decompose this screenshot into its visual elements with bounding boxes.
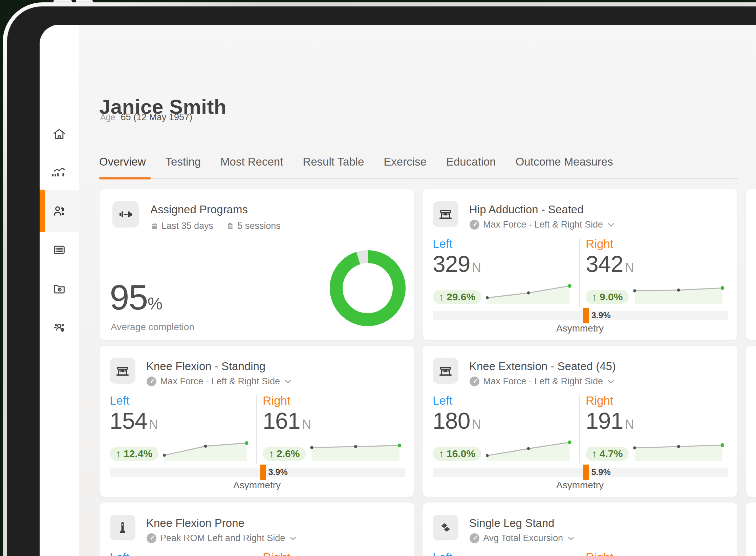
tab-bar: Overview Testing Most Recent Result Tabl…	[99, 155, 613, 169]
forceframe-icon	[438, 363, 453, 379]
right-change-badge: ↑2.6%	[263, 447, 306, 461]
metric-card-knee-flexion-standing[interactable]: Knee Flexion - Standing Max Force - Left…	[99, 345, 415, 497]
active-tab-indicator	[99, 177, 151, 179]
column-divider	[256, 395, 257, 464]
metric-name: Max Force - Left & Right Side	[483, 376, 603, 387]
chevron-down-icon	[606, 377, 615, 386]
asymmetry-marker	[583, 465, 589, 480]
asymmetry-value: 3.9%	[268, 467, 288, 477]
assigned-programs-card[interactable]: Assigned Programs Last 35 days	[99, 189, 415, 340]
asymmetry-bar: 5.9%	[433, 468, 728, 477]
tab-education[interactable]: Education	[446, 155, 496, 169]
program-icon-container	[112, 201, 139, 228]
clipped-card	[746, 189, 756, 340]
asymmetry-label: Asymmetry	[100, 480, 414, 491]
left-sparkline	[163, 439, 249, 461]
right-value: 191N	[586, 407, 634, 434]
right-label: Right	[263, 551, 290, 556]
right-sparkline	[310, 439, 402, 461]
goniometer-icon	[115, 520, 130, 535]
left-sparkline	[485, 282, 571, 304]
gauge-icon	[146, 376, 157, 387]
tab-result-table[interactable]: Result Table	[303, 155, 364, 169]
program-sessions: 5 sessions	[237, 221, 281, 231]
card-title: Hip Adduction - Seated	[469, 203, 584, 216]
patients-icon	[52, 204, 66, 218]
tab-most-recent[interactable]: Most Recent	[220, 155, 283, 169]
metric-selector[interactable]: Max Force - Left & Right Side	[469, 376, 615, 387]
tab-overview[interactable]: Overview	[99, 155, 146, 169]
metric-card-hip-adduction[interactable]: Hip Adduction - Seated Max Force - Left …	[422, 189, 738, 340]
left-label: Left	[110, 551, 129, 556]
dumbbell-icon	[118, 207, 133, 222]
calendar-icon	[150, 222, 158, 230]
sidebar-item-media[interactable]	[40, 270, 79, 307]
right-sparkline	[633, 439, 725, 461]
tab-exercise[interactable]: Exercise	[384, 155, 427, 169]
tab-track	[99, 178, 738, 179]
asymmetry-marker	[260, 465, 266, 480]
metric-selector[interactable]: Max Force - Left & Right Side	[146, 376, 293, 387]
asymmetry-bar: 3.9%	[110, 468, 405, 477]
metric-name: Avg Total Excursion	[483, 533, 563, 543]
metric-selector[interactable]: Avg Total Excursion	[469, 533, 576, 543]
trend-up-arrow: ↑	[439, 291, 444, 303]
left-sparkline	[485, 439, 571, 461]
media-folder-icon	[52, 281, 66, 296]
right-sparkline	[633, 282, 725, 304]
results-list-icon	[52, 243, 66, 257]
tab-outcome-measures[interactable]: Outcome Measures	[516, 155, 613, 169]
sidebar-item-patients[interactable]	[40, 190, 79, 232]
gauge-icon	[146, 533, 157, 543]
trend-up-arrow: ↑	[439, 448, 444, 459]
clipped-card-column	[746, 189, 756, 556]
sidebar-item-home[interactable]	[40, 115, 79, 153]
test-icon-container	[433, 358, 458, 384]
test-icon-container	[433, 515, 458, 540]
asymmetry-label: Asymmetry	[423, 480, 737, 491]
forceframe-icon	[115, 363, 130, 379]
metric-card-single-leg-stand[interactable]: Single Leg Stand Avg Total Excursion Lef…	[422, 502, 738, 556]
test-icon-container	[110, 515, 135, 540]
sidebar	[40, 25, 79, 556]
chevron-down-icon	[566, 534, 576, 543]
completion-label: Average completion	[111, 322, 194, 333]
card-title: Knee Flexion Prone	[146, 517, 244, 530]
trend-up-arrow: ↑	[269, 448, 274, 459]
left-label: Left	[433, 237, 452, 251]
forceframe-icon	[438, 206, 453, 222]
column-divider	[579, 395, 580, 464]
chevron-down-icon	[283, 377, 293, 386]
metric-card-knee-extension-seated[interactable]: Knee Extension - Seated (45) Max Force -…	[422, 345, 738, 497]
tab-testing[interactable]: Testing	[166, 155, 201, 169]
team-settings-icon	[52, 320, 66, 334]
test-icon-container	[110, 358, 135, 384]
card-title: Knee Flexion - Standing	[146, 360, 265, 373]
right-label: Right	[586, 394, 613, 407]
metric-name: Max Force - Left & Right Side	[483, 219, 603, 230]
gauge-icon	[469, 376, 480, 387]
chevron-down-icon	[288, 534, 298, 543]
age-label: Age	[100, 112, 115, 122]
right-value: 161N	[263, 407, 311, 434]
metric-name: Peak ROM Left and Right Side	[160, 533, 285, 543]
right-label: Right	[586, 551, 613, 556]
asymmetry-bar: 3.9%	[433, 311, 728, 320]
metric-card-knee-flexion-prone[interactable]: Knee Flexion Prone Peak ROM Left and Rig…	[99, 502, 415, 556]
app-screen: Janice Smith Age 65 (12 May 1957) Overvi…	[40, 25, 756, 556]
age-value: 65 (12 May 1957)	[121, 112, 192, 123]
left-change-badge: ↑29.6%	[433, 290, 481, 304]
sidebar-item-team[interactable]	[40, 308, 79, 346]
gauge-icon	[469, 219, 480, 230]
left-trend: ↑12.4%	[110, 439, 249, 461]
force-plates-icon	[438, 520, 453, 535]
clipped-card	[746, 345, 756, 497]
metric-selector[interactable]: Max Force - Left & Right Side	[469, 219, 615, 230]
right-label: Right	[263, 394, 290, 407]
home-icon	[52, 127, 66, 141]
sidebar-item-results[interactable]	[40, 231, 79, 269]
metric-selector[interactable]: Peak ROM Left and Right Side	[146, 533, 298, 543]
sidebar-item-analytics[interactable]	[40, 153, 79, 191]
test-icon-container	[433, 201, 458, 227]
asymmetry-value: 5.9%	[591, 467, 611, 477]
